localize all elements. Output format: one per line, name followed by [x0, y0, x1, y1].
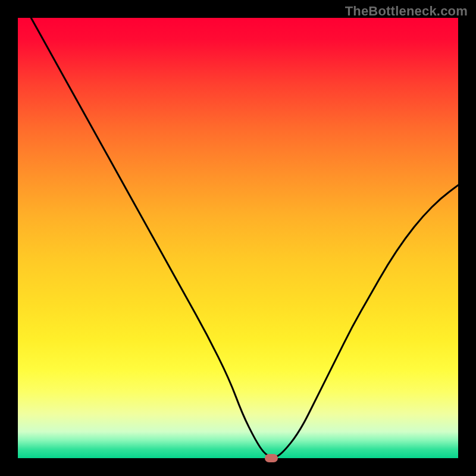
watermark: TheBottleneck.com: [345, 4, 468, 19]
bottleneck-curve: [18, 18, 458, 458]
plot-area: [18, 18, 458, 458]
optimal-point-marker: [265, 454, 278, 462]
chart-frame: TheBottleneck.com: [0, 0, 476, 476]
